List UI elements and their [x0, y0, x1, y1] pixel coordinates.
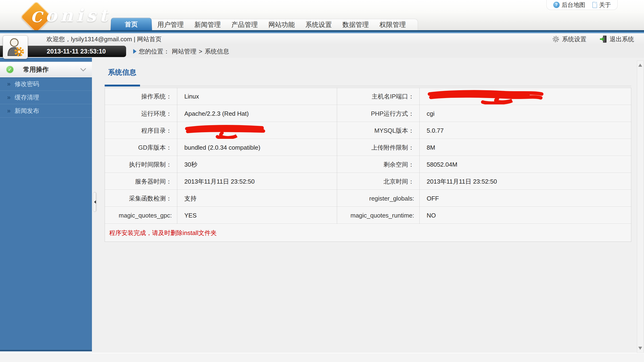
double-arrow-icon: » — [7, 91, 10, 104]
vertical-scrollbar[interactable] — [637, 60, 644, 353]
logo: C onist — [10, 0, 122, 30]
system-info-table: 操作系统： Linux 主机名IP端口： 运行环境： Apache/2.2.3 … — [105, 88, 631, 242]
sidebar-bottom-edge — [0, 350, 92, 352]
user-bar: 欢迎您，lysily1314@gmail.com | 网站首页 系统设置 退出 — [0, 33, 644, 45]
welcome-text: 欢迎您，lysily1314@gmail.com | 网站首页 — [46, 33, 162, 45]
tab-system-settings[interactable]: 系统设置 — [300, 19, 337, 30]
sidebar-item-change-password[interactable]: » 修改密码 — [0, 77, 92, 91]
double-arrow-icon: » — [7, 104, 10, 118]
header-divider — [0, 30, 644, 33]
double-arrow-icon: » — [7, 77, 10, 91]
logout-button[interactable]: 退出系统 — [600, 35, 634, 43]
table-label: magic_quotes_gpc: — [105, 207, 177, 224]
table-value: YES — [177, 207, 337, 224]
table-label: 上传附件限制： — [337, 139, 419, 156]
help-icon: ? — [553, 2, 560, 8]
table-label: 操作系统： — [105, 88, 177, 105]
avatar — [3, 35, 28, 59]
scroll-down-icon[interactable] — [638, 347, 642, 350]
table-label: 运行环境： — [105, 105, 177, 122]
sidebar-group-header[interactable]: ✓ 常用操作 — [0, 62, 92, 77]
tab-product-management[interactable]: 产品管理 — [226, 19, 263, 30]
sidebar-item-news-publish[interactable]: » 新闻发布 — [0, 104, 92, 118]
user-actions: 系统设置 退出系统 — [552, 33, 634, 45]
logo-letter: C — [25, 6, 48, 28]
exit-door-icon — [600, 35, 607, 43]
about-link[interactable]: 关于 — [592, 1, 611, 9]
welcome-message: 欢迎您，lysily1314@gmail.com — [46, 36, 132, 43]
install-notice: 程序安装完成，请及时删除install文件夹 — [105, 224, 631, 242]
table-value: 8M — [419, 139, 631, 156]
breadcrumb-current: 系统信息 — [204, 45, 229, 58]
sidebar-item-label: 缓存清理 — [14, 94, 39, 101]
footer — [0, 353, 644, 362]
tab-underline — [105, 84, 140, 86]
sidebar: ✓ 常用操作 » 修改密码 » 缓存清理 » 新闻发布 — [0, 58, 92, 352]
redaction-scribble — [427, 89, 544, 104]
table-label: 北京时间： — [337, 173, 419, 190]
table-value: bundled (2.0.34 compatible) — [177, 139, 337, 156]
scroll-up-icon[interactable] — [638, 64, 642, 67]
settings-button[interactable]: 系统设置 — [552, 35, 586, 43]
table-label: 主机名IP端口： — [337, 88, 419, 105]
sidebar-item-cache-clean[interactable]: » 缓存清理 — [0, 91, 92, 104]
quicklinks-box: ? 后台地图 关于 — [546, 0, 618, 10]
table-label: 执行时间限制： — [105, 156, 177, 173]
table-value: Apache/2.2.3 (Red Hat) — [177, 105, 337, 122]
table-value-redacted — [419, 88, 631, 105]
welcome-separator: | — [134, 36, 135, 43]
tab-news-management[interactable]: 新闻管理 — [189, 19, 226, 30]
table-label: 程序目录： — [105, 122, 177, 139]
table-value: 58052.04M — [419, 156, 631, 173]
breadcrumb-arrow-icon — [133, 49, 136, 54]
table-value: 30秒 — [177, 156, 337, 173]
tab-home[interactable]: 首页 — [110, 18, 152, 30]
table-value: 5.0.77 — [419, 122, 631, 139]
gear-icon — [552, 35, 560, 43]
sidebar-group-title: 常用操作 — [23, 65, 48, 74]
table-value: 2013年11月11日 23:52:50 — [177, 173, 337, 190]
table-label: magic_quotes_runtime: — [337, 207, 419, 224]
site-home-link[interactable]: 网站首页 — [137, 36, 162, 43]
chevron-down-icon — [80, 68, 86, 72]
about-label: 关于 — [599, 1, 611, 9]
table-label: GD库版本： — [105, 139, 177, 156]
table-value: NO — [419, 207, 631, 224]
table-label: 剩余空间： — [337, 156, 419, 173]
table-label: register_globals: — [337, 190, 419, 207]
main-nav: 首页 用户管理 新闻管理 产品管理 网站功能 系统设置 数据管理 权限管理 — [110, 19, 418, 30]
table-value: cgi — [419, 105, 631, 122]
tab-baseline — [140, 86, 631, 86]
redaction-scribble — [184, 123, 267, 140]
tab-system-info[interactable]: 系统信息 — [108, 68, 136, 77]
check-icon: ✓ — [6, 66, 14, 73]
user-gear-icon — [6, 37, 25, 57]
table-value: OFF — [419, 190, 631, 207]
page: C onist 首页 用户管理 新闻管理 产品管理 网站功能 系统设置 数据管理… — [0, 0, 644, 362]
tab-data-management[interactable]: 数据管理 — [337, 19, 374, 30]
backend-map-link[interactable]: ? 后台地图 — [553, 1, 585, 9]
tab-user-management[interactable]: 用户管理 — [152, 19, 189, 30]
settings-label: 系统设置 — [562, 35, 586, 43]
table-value: 支持 — [177, 190, 337, 207]
main-content: 系统信息 操作系统： Linux 主机名IP端口： 运行环境： — [92, 58, 644, 353]
tab-site-features[interactable]: 网站功能 — [263, 19, 300, 30]
table-label: 服务器时间： — [105, 173, 177, 190]
logout-label: 退出系统 — [610, 35, 634, 43]
table-value: 2013年11月11日 23:52:50 — [419, 173, 631, 190]
table-label: PHP运行方式： — [337, 105, 419, 122]
sidebar-item-label: 修改密码 — [14, 80, 39, 88]
table-value: Linux — [177, 88, 337, 105]
tab-permission-management[interactable]: 权限管理 — [374, 19, 411, 30]
breadcrumb-section[interactable]: 网站管理 — [172, 45, 196, 58]
breadcrumb-prefix: 您的位置： — [139, 45, 170, 58]
breadcrumb[interactable]: 您的位置： 网站管理 > 系统信息 — [133, 45, 229, 58]
table-label: 采集函数检测： — [105, 190, 177, 207]
sidebar-collapse-handle[interactable] — [93, 192, 97, 212]
logo-text: onist — [45, 5, 110, 26]
status-bar: 2013-11-11 23:53:10 您的位置： 网站管理 > 系统信息 — [0, 45, 644, 58]
table-label: MYSQL版本： — [337, 122, 419, 139]
collapse-left-icon — [94, 200, 96, 204]
sidebar-item-label: 新闻发布 — [14, 107, 39, 114]
page-icon — [592, 2, 597, 8]
